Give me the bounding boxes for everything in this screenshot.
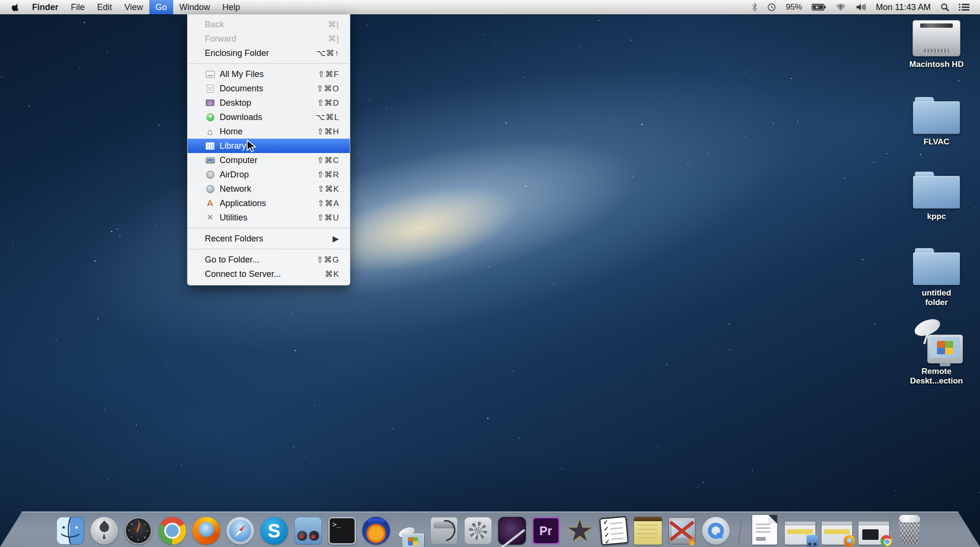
menu-item-shortcut: ⇧⌘D [317, 98, 339, 108]
truck-badge-icon [807, 535, 818, 547]
dock-finder-icon[interactable] [56, 517, 84, 545]
star [108, 479, 109, 480]
time-machine-clock-icon[interactable] [767, 3, 776, 11]
menu-view[interactable]: View [118, 0, 149, 14]
star [417, 463, 417, 463]
dock-remote-desktop-connection-icon[interactable] [401, 527, 419, 545]
bluetooth-icon[interactable] [752, 3, 757, 11]
go-menu-item-airdrop[interactable]: AirDrop ⇧⌘R [188, 167, 350, 182]
dock-skype-icon[interactable]: S [260, 517, 288, 545]
menu-bar-clock[interactable]: Mon 11:43 AM [876, 2, 931, 12]
go-menu-item-utilities[interactable]: ✕ Utilities ⇧⌘U [188, 210, 350, 225]
star [82, 91, 83, 92]
folder-icon [913, 101, 960, 134]
menu-item-shortcut: ⇧⌘F [318, 69, 339, 79]
menu-item-label: All My Files [220, 69, 318, 79]
dock-document-file[interactable] [752, 515, 777, 545]
go-menu-item-network[interactable]: Network ⇧⌘K [188, 182, 350, 196]
dock-firefox-icon[interactable] [192, 517, 220, 545]
dock-disk-repair-icon[interactable] [430, 517, 458, 545]
go-menu-item-recent-folders[interactable]: Recent Folders ▶ [188, 231, 350, 246]
menu-edit[interactable]: Edit [91, 0, 118, 14]
menu-finder[interactable]: Finder [26, 0, 65, 14]
star [475, 80, 476, 81]
chrome-badge-icon [880, 535, 892, 547]
go-menu-item-library[interactable]: Library [188, 139, 350, 153]
battery-icon[interactable] [812, 3, 826, 11]
star [605, 426, 605, 426]
apple-menu[interactable] [10, 0, 26, 14]
hard-drive-icon [913, 20, 960, 56]
dock-checklist-app-icon[interactable]: ✓✓✓✓ [599, 516, 629, 546]
dock-premiere-pro-icon[interactable]: Pr [532, 517, 560, 545]
utilities-icon: ✕ [205, 213, 215, 222]
desktop-icon-label: Remote Deskt...ection [910, 367, 963, 386]
menu-item-shortcut: ⇧⌘H [317, 127, 339, 137]
dock-audio-headphones-icon[interactable] [362, 517, 390, 545]
star [293, 447, 294, 448]
go-menu-item-enclosing-folder[interactable]: Enclosing Folder ⌥⌘↑ [188, 46, 350, 60]
dock-dashboard-icon[interactable] [124, 517, 152, 545]
desktop-icon-flvac[interactable]: FLVAC [900, 97, 973, 147]
dock-star-app-icon[interactable]: ★ [566, 517, 594, 545]
menu-bar: Finder File Edit View Go Window Help 95% [0, 0, 980, 14]
menu-window[interactable]: Window [173, 0, 216, 14]
menu-file[interactable]: File [65, 0, 91, 14]
go-menu-item-connect-to-server[interactable]: Connect to Server... ⌘K [188, 267, 350, 281]
menu-item-label: Desktop [220, 98, 317, 108]
dock-safari-icon[interactable] [226, 517, 254, 545]
menu-help[interactable]: Help [216, 0, 246, 14]
menu-separator [188, 63, 350, 64]
terminal-prompt-glyph: >_ [333, 521, 341, 529]
go-menu-item-documents[interactable]: Documents ⇧⌘O [188, 81, 350, 96]
go-menu-item-applications[interactable]: A Applications ⇧⌘A [188, 196, 350, 210]
menu-item-shortcut: ⌘[ [328, 20, 339, 30]
dock-stickies-icon[interactable] [634, 517, 662, 545]
menu-go[interactable]: Go [149, 0, 173, 14]
go-menu-item-all-my-files[interactable]: All My Files ⇧⌘F [188, 67, 350, 81]
dock-disabled-screen-app-icon[interactable] [668, 517, 696, 545]
battery-percent: 95% [786, 2, 802, 12]
desktop-icon-remote-desktop-connection[interactable]: Remote Deskt...ection [900, 319, 973, 386]
submenu-arrow-icon: ▶ [333, 234, 339, 244]
dock-system-preferences-icon[interactable] [464, 517, 492, 545]
dock-launchpad-icon[interactable] [90, 517, 118, 545]
apple-icon [11, 3, 20, 11]
dock-terminal-icon[interactable]: >_ [328, 517, 356, 545]
checkmarks: ✓✓✓✓ [602, 519, 610, 545]
menu-item-shortcut: ⇧⌘A [317, 198, 339, 208]
dock-trash-icon[interactable] [895, 514, 924, 545]
notification-list-icon[interactable] [959, 3, 969, 11]
dock-minimized-window-firefox[interactable] [822, 522, 852, 545]
menu-item-shortcut: ⇧⌘K [317, 184, 339, 194]
spotlight-icon[interactable] [940, 3, 949, 11]
go-menu-item-desktop[interactable]: Desktop ⇧⌘D [188, 96, 350, 110]
go-menu-item-home[interactable]: ⌂ Home ⇧⌘H [188, 124, 350, 139]
volume-icon[interactable] [856, 3, 866, 11]
star [592, 225, 592, 225]
dock-pages-inkwell-icon[interactable] [498, 517, 526, 545]
desktop-icon-kppc[interactable]: kppc [900, 171, 973, 221]
menu-item-label: AirDrop [220, 170, 317, 180]
airdrop-icon [205, 170, 215, 179]
menu-bar-status: 95% Mon 11:43 AM [752, 0, 980, 14]
dock-apple-remote-desktop-icon[interactable] [294, 517, 322, 545]
go-menu-item-downloads[interactable]: Downloads ⌥⌘L [188, 110, 350, 124]
airport-icon[interactable] [835, 3, 846, 11]
dock-minimized-window-chrome[interactable] [858, 522, 889, 545]
star [155, 225, 156, 226]
dock-minimized-window-truck[interactable] [785, 522, 815, 545]
dock-chrome-icon[interactable] [158, 517, 186, 545]
go-menu-item-computer[interactable]: Computer ⇧⌘C [188, 153, 350, 167]
menu-item-label: Network [220, 184, 317, 194]
star [524, 77, 525, 78]
go-menu-item-back: Back ⌘[ [188, 17, 350, 32]
desktop-icon-untitled-folder[interactable]: untitled folder [900, 248, 973, 308]
star [369, 100, 370, 101]
star [495, 43, 496, 44]
star [554, 284, 555, 284]
dock-quicktime-icon[interactable] [702, 517, 730, 545]
dock-separator [738, 514, 743, 545]
desktop-icon-macintosh-hd[interactable]: Macintosh HD [900, 20, 973, 69]
go-menu-item-go-to-folder[interactable]: Go to Folder... ⇧⌘G [188, 252, 350, 267]
